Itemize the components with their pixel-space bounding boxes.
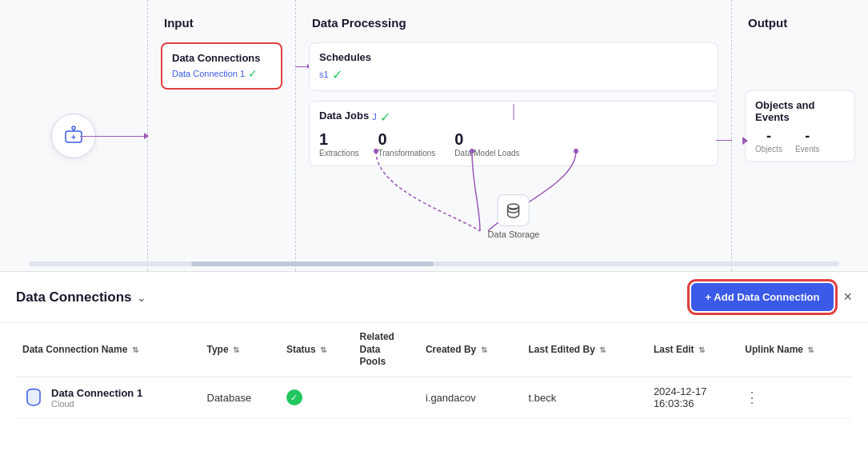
status-check-icon: ✓ xyxy=(286,389,302,405)
col-type: Type ⇅ xyxy=(201,323,280,377)
row-type: Database xyxy=(201,377,280,418)
sort-icon-created[interactable]: ⇅ xyxy=(481,345,487,354)
dc-title-row: Data Connections ⌄ xyxy=(16,289,146,305)
sort-icon-uplink[interactable]: ⇅ xyxy=(807,345,814,354)
dc-box-item: Data Connection 1 ✓ xyxy=(172,67,271,80)
input-header: Input xyxy=(148,16,295,42)
col-related-pools: RelatedDataPools xyxy=(354,323,419,377)
database-icon xyxy=(22,385,45,410)
schedules-box[interactable]: Schedules s1 ✓ xyxy=(309,42,718,91)
schedules-title: Schedules xyxy=(319,51,708,63)
row-last-edited-by: t.beck xyxy=(522,377,647,418)
col-status: Status ⇅ xyxy=(280,323,354,377)
svg-point-5 xyxy=(470,149,474,154)
row-name-main: Data Connection 1 xyxy=(51,387,142,399)
dc-header: Data Connections ⌄ + Add Data Connection… xyxy=(0,272,868,323)
objects-stat: - Objects xyxy=(755,128,782,154)
diagram-scrollbar[interactable] xyxy=(29,261,839,266)
col-name: Data Connection Name ⇅ xyxy=(16,323,201,377)
row-options-button[interactable]: ⋮ xyxy=(745,389,759,405)
svg-text:+: + xyxy=(71,133,76,142)
dc-box-title: Data Connections xyxy=(172,52,271,64)
dc-actions: + Add Data Connection × xyxy=(691,283,852,311)
row-status: ✓ xyxy=(280,377,354,418)
events-stat: - Events xyxy=(795,128,820,154)
table-area: Data Connection Name ⇅ Type ⇅ Status ⇅ xyxy=(0,323,868,419)
row-name-cell: Data Connection 1 Cloud xyxy=(16,377,201,418)
schedules-badge: s1 ✓ xyxy=(319,67,342,82)
sort-icon-name[interactable]: ⇅ xyxy=(132,345,138,354)
table-header: Data Connection Name ⇅ Type ⇅ Status ⇅ xyxy=(16,323,852,377)
svg-point-4 xyxy=(374,149,378,154)
main-container: + Input Data Connections Data Connection… xyxy=(0,0,868,463)
row-created-by: i.gandacov xyxy=(419,377,522,418)
jobs-check-icon: ✓ xyxy=(380,110,390,125)
output-column: Output Objects and Events - Objects - Ev… xyxy=(732,0,868,271)
table-row: Data Connection 1 Cloud Database ✓ i.gan… xyxy=(16,377,852,418)
sort-icon-status[interactable]: ⇅ xyxy=(320,345,326,354)
col-uplink: Uplink Name ⇅ xyxy=(738,323,852,377)
sort-icon-type[interactable]: ⇅ xyxy=(233,345,239,354)
schedules-check-icon: ✓ xyxy=(332,67,342,82)
chevron-down-icon[interactable]: ⌄ xyxy=(137,291,146,304)
diagram-scrollbar-thumb xyxy=(191,261,434,266)
diagram-area: + Input Data Connections Data Connection… xyxy=(0,0,868,272)
data-connections-box[interactable]: Data Connections Data Connection 1 ✓ xyxy=(161,42,282,90)
data-storage-area: Data Storage xyxy=(488,194,540,239)
row-related-pools xyxy=(354,377,419,418)
storage-icon xyxy=(498,194,530,226)
row-last-edit: 2024-12-17 16:03:36 xyxy=(647,377,738,418)
dc-title: Data Connections xyxy=(16,289,132,305)
output-stats: - Objects - Events xyxy=(755,128,845,154)
svg-point-6 xyxy=(574,149,578,154)
table-body: Data Connection 1 Cloud Database ✓ i.gan… xyxy=(16,377,852,418)
sort-icon-edited[interactable]: ⇅ xyxy=(599,345,606,354)
data-connections-table: Data Connection Name ⇅ Type ⇅ Status ⇅ xyxy=(16,323,852,419)
dc-check-icon: ✓ xyxy=(248,67,258,80)
row-uplink: ⋮ xyxy=(738,377,852,418)
objects-events-title: Objects and Events xyxy=(755,99,845,123)
col-created-by: Created By ⇅ xyxy=(419,323,522,377)
output-header: Output xyxy=(732,16,868,42)
left-sidebar: + xyxy=(0,0,148,271)
col-last-edited: Last Edited By ⇅ xyxy=(522,323,647,377)
storage-label: Data Storage xyxy=(488,230,540,239)
close-button[interactable]: × xyxy=(843,289,852,305)
row-name-sub: Cloud xyxy=(51,399,142,409)
input-column: Input Data Connections Data Connection 1… xyxy=(148,0,296,271)
svg-point-1 xyxy=(72,126,75,130)
processing-column: Data Processing Schedules s1 ✓ Data Jobs… xyxy=(296,0,732,271)
objects-events-box[interactable]: Objects and Events - Objects - Events xyxy=(745,90,855,162)
processing-header: Data Processing xyxy=(296,16,731,42)
bottom-panel: Data Connections ⌄ + Add Data Connection… xyxy=(0,272,868,463)
col-last-edit: Last Edit ⇅ xyxy=(647,323,738,377)
sort-icon-last-edit[interactable]: ⇅ xyxy=(698,345,705,354)
add-data-connection-button[interactable]: + Add Data Connection xyxy=(691,283,834,311)
